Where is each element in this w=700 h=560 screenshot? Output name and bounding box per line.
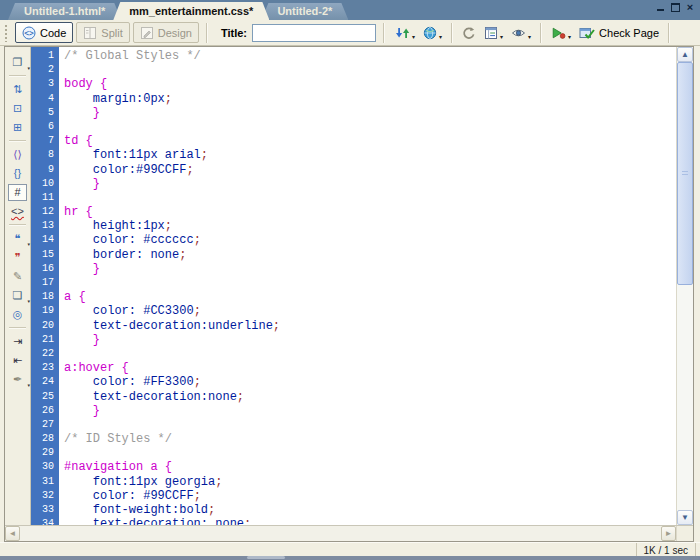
code-line[interactable] <box>64 276 676 290</box>
code-line[interactable]: a:hover { <box>64 361 676 375</box>
vertical-scrollbar[interactable]: ▲ ▼ <box>676 47 693 525</box>
code-line[interactable] <box>64 418 676 432</box>
code-line[interactable] <box>64 63 676 77</box>
code-line[interactable]: } <box>64 177 676 191</box>
code-line[interactable]: /* Global Styles */ <box>64 49 676 63</box>
outdent-code-icon: ⇤ <box>13 355 22 366</box>
sidebar-separator <box>9 224 26 226</box>
code-line[interactable]: text-decoration:none; <box>64 390 676 404</box>
format-source-code-button[interactable]: ✒▾ <box>8 371 27 388</box>
split-view-icon <box>83 26 97 40</box>
line-numbers-button[interactable]: # <box>8 184 27 201</box>
code-line[interactable]: text-decoration: none; <box>64 517 676 525</box>
code-token: font-weight:bold <box>64 503 208 517</box>
minimize-button[interactable] <box>654 2 666 13</box>
code-line[interactable]: } <box>64 262 676 276</box>
code-line[interactable] <box>64 347 676 361</box>
scroll-left-button[interactable]: ◄ <box>5 526 20 541</box>
code-line[interactable]: color: #CC3300; <box>64 304 676 318</box>
open-documents-button[interactable]: ❐▾ <box>8 54 27 71</box>
document-tab-bar: Untitled-1.html*mm_entertainment.css*Unt… <box>0 0 700 20</box>
file-management-button[interactable]: ▾ <box>392 23 418 43</box>
code-line[interactable]: color:#99CCFF; <box>64 163 676 177</box>
code-token: } <box>64 106 100 120</box>
code-line[interactable]: } <box>64 106 676 120</box>
code-view-button[interactable]: <>Code <box>15 22 73 43</box>
code-line[interactable] <box>64 191 676 205</box>
code-line[interactable]: font:11px georgia; <box>64 475 676 489</box>
code-line[interactable]: height:1px; <box>64 219 676 233</box>
code-token: ; <box>208 503 215 517</box>
code-line[interactable]: a { <box>64 290 676 304</box>
code-view[interactable]: 1234567891011121314151617181920212223242… <box>31 47 676 525</box>
scroll-down-button[interactable]: ▼ <box>677 510 693 525</box>
line-numbers-icon: # <box>14 187 20 198</box>
title-input[interactable] <box>252 24 376 42</box>
toolbar-separator <box>206 23 208 43</box>
line-number: 17 <box>31 276 54 290</box>
bottom-panel-edge <box>0 556 700 560</box>
code-token: border: none <box>64 248 179 262</box>
code-line[interactable]: text-decoration:underline; <box>64 319 676 333</box>
view-options-button[interactable]: ▾ <box>481 23 506 43</box>
highlight-invalid-code-icon: <> <box>11 206 24 217</box>
line-number: 12 <box>31 205 54 219</box>
tab-mm-entertainment-css[interactable]: mm_entertainment.css* <box>113 2 269 20</box>
wrap-tag-button[interactable]: ✎ <box>8 268 27 285</box>
code-line[interactable] <box>64 446 676 460</box>
panel-collapse-handle[interactable] <box>247 556 285 559</box>
dropdown-arrow-icon: ▾ <box>500 33 503 43</box>
line-number: 6 <box>31 120 54 134</box>
code-line[interactable]: /* ID Styles */ <box>64 432 676 446</box>
collapse-full-tag-button[interactable]: ⇅ <box>8 81 27 98</box>
server-debug-button[interactable]: ▾ <box>548 23 574 43</box>
design-view-icon <box>140 26 154 40</box>
line-number: 33 <box>31 503 54 517</box>
outdent-code-button[interactable]: ⇤ <box>8 352 27 369</box>
code-line[interactable]: font-weight:bold; <box>64 503 676 517</box>
recent-snippets-button[interactable]: ❏▾ <box>8 287 27 304</box>
vertical-scroll-thumb[interactable] <box>677 62 693 285</box>
collapse-selection-button[interactable]: ⊡ <box>8 100 27 117</box>
code-line[interactable]: hr { <box>64 205 676 219</box>
scroll-right-button[interactable]: ► <box>661 526 676 541</box>
select-parent-tag-button[interactable]: ⟨⟩ <box>8 146 27 163</box>
apply-comment-button[interactable]: ❝▾ <box>8 230 27 247</box>
balance-braces-button[interactable]: {} <box>8 165 27 182</box>
indent-code-button[interactable]: ⇥ <box>8 333 27 350</box>
line-number: 5 <box>31 106 54 120</box>
visual-aids-button[interactable]: ▾ <box>508 23 534 43</box>
restore-button[interactable] <box>669 2 681 13</box>
toolbar-grip-handle[interactable] <box>4 24 9 42</box>
toolbar-separator <box>540 23 542 43</box>
horizontal-scrollbar[interactable]: ◄ ► <box>5 525 693 541</box>
code-token: ; <box>194 489 201 503</box>
check-page-button[interactable]: Check Page <box>576 23 662 43</box>
code-line[interactable]: } <box>64 404 676 418</box>
code-line[interactable]: font:11px arial; <box>64 148 676 162</box>
code-line[interactable]: color: #FF3300; <box>64 375 676 389</box>
code-line[interactable]: color: #cccccc; <box>64 233 676 247</box>
scroll-up-button[interactable]: ▲ <box>677 47 693 62</box>
code-line[interactable]: #navigation a { <box>64 460 676 474</box>
highlight-invalid-code-button[interactable]: <> <box>8 203 27 220</box>
refresh-design-view-button[interactable] <box>459 23 479 43</box>
code-line[interactable]: color: #99CCFF; <box>64 489 676 503</box>
code-text-area[interactable]: /* Global Styles */body { margin:0px; }t… <box>59 47 676 525</box>
tab-untitled-2[interactable]: Untitled-2* <box>261 3 348 20</box>
reference-button[interactable]: ◎ <box>8 306 27 323</box>
code-line[interactable]: border: none; <box>64 248 676 262</box>
code-line[interactable]: } <box>64 333 676 347</box>
code-line[interactable]: margin:0px; <box>64 92 676 106</box>
tab-untitled-1[interactable]: Untitled-1.html* <box>8 3 121 20</box>
close-button[interactable]: × <box>684 2 696 13</box>
horizontal-scroll-track[interactable] <box>20 526 661 541</box>
preview-in-browser-button[interactable]: ▾ <box>420 23 445 43</box>
code-line[interactable]: td { <box>64 134 676 148</box>
expand-all-button[interactable]: ⊞ <box>8 119 27 136</box>
code-line[interactable] <box>64 120 676 134</box>
vertical-scroll-track[interactable] <box>677 62 693 510</box>
dropdown-arrow-icon: ▾ <box>412 33 415 43</box>
remove-comment-button[interactable]: ❞ <box>8 249 27 266</box>
code-line[interactable]: body { <box>64 77 676 91</box>
